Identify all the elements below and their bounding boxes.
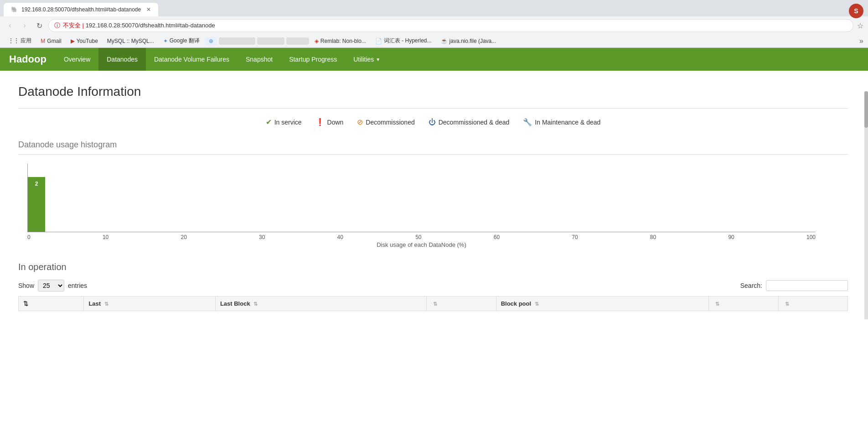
bookmark-blurred-3[interactable] bbox=[286, 37, 309, 45]
decommissioned-label: Decommissioned bbox=[366, 119, 414, 126]
decommissioned-icon: ⊘ bbox=[357, 118, 363, 126]
col-block-pool[interactable]: Block pool ⇅ bbox=[496, 297, 709, 311]
histogram-wrapper: 2 0 10 20 30 40 50 60 70 80 90 100 Disk … bbox=[18, 164, 848, 248]
nav-startup-progress[interactable]: Startup Progress bbox=[281, 48, 345, 71]
bookmark-icon[interactable]: ☆ bbox=[857, 21, 863, 30]
col-block-pool-label: Block pool bbox=[501, 300, 531, 307]
bookmark-blurred-2[interactable] bbox=[257, 37, 284, 45]
more-bookmarks[interactable]: » bbox=[859, 37, 863, 45]
col-sort-icon[interactable]: ⇅ bbox=[19, 297, 84, 311]
maintenance-dead-icon: 🔧 bbox=[523, 118, 532, 126]
operation-section: In operation Show 10 25 50 100 entries S… bbox=[18, 262, 848, 311]
col-last[interactable]: Last ⇅ bbox=[84, 297, 215, 311]
x-tick-60: 60 bbox=[494, 234, 500, 240]
active-tab[interactable]: 🐘 192.168.0.28:50070/dfshealth.html#tab-… bbox=[4, 3, 158, 16]
title-divider bbox=[18, 108, 848, 109]
tab-title: 192.168.0.28:50070/dfshealth.html#tab-da… bbox=[21, 6, 141, 13]
java-icon: ☕ bbox=[441, 38, 448, 44]
bar-value-0: 2 bbox=[35, 179, 38, 187]
sort-arrows-icon: ⇅ bbox=[23, 300, 28, 307]
nav-overview[interactable]: Overview bbox=[56, 48, 98, 71]
nav-items: Overview Datanodes Datanode Volume Failu… bbox=[56, 48, 388, 71]
legend-maintenance-dead: 🔧 In Maintenance & dead bbox=[523, 118, 600, 126]
address-bar[interactable]: ⓘ 不安全 | 192.168.0.28:50070/dfshealth.htm… bbox=[48, 19, 853, 32]
tab-bar: 🐘 192.168.0.28:50070/dfshealth.html#tab-… bbox=[0, 0, 868, 16]
table-controls: Show 10 25 50 100 entries Search: bbox=[18, 280, 848, 292]
col-empty-1[interactable]: ⇅ bbox=[427, 297, 496, 311]
block-pool-sort-icon: ⇅ bbox=[535, 301, 539, 307]
histogram-chart: 2 bbox=[27, 164, 816, 232]
reload-button[interactable]: ↻ bbox=[34, 20, 45, 31]
col-last-label: Last bbox=[88, 300, 101, 307]
nav-snapshot[interactable]: Snapshot bbox=[238, 48, 281, 71]
bookmark-google-translate[interactable]: ✦ Google 翻译 bbox=[160, 36, 203, 46]
translate-icon: ✦ bbox=[163, 38, 168, 44]
last-sort-icon: ⇅ bbox=[104, 301, 108, 307]
legend-in-service: ✔ In service bbox=[266, 118, 302, 126]
col-last-block[interactable]: Last Block ⇅ bbox=[215, 297, 426, 311]
down-icon: ❗ bbox=[315, 118, 325, 126]
x-axis-labels: 0 10 20 30 40 50 60 70 80 90 100 bbox=[27, 234, 816, 240]
youtube-icon: ▶ bbox=[71, 38, 75, 44]
bookmark-apps[interactable]: ⋮⋮ 应用 bbox=[5, 36, 35, 46]
histogram-divider bbox=[18, 154, 848, 155]
address-bar-row: ‹ › ↻ ⓘ 不安全 | 192.168.0.28:50070/dfsheal… bbox=[0, 16, 868, 35]
bookmark-youtube[interactable]: ▶ YouTube bbox=[67, 37, 102, 45]
empty1-sort-icon: ⇅ bbox=[433, 301, 437, 307]
x-axis-title: Disk usage of each DataNode (%) bbox=[27, 241, 816, 248]
bookmark-hyperled[interactable]: 📄 词汇表 - Hyperled... bbox=[372, 36, 435, 46]
scrollbar[interactable] bbox=[864, 91, 868, 319]
hadoop-brand: Hadoop bbox=[0, 53, 56, 65]
bookmark-icon-blue: ⊕ bbox=[209, 38, 213, 44]
browser-chrome: 🐘 192.168.0.28:50070/dfshealth.html#tab-… bbox=[0, 0, 868, 48]
hadoop-navbar: Hadoop Overview Datanodes Datanode Volum… bbox=[0, 48, 868, 71]
col-last-block-label: Last Block bbox=[220, 300, 250, 307]
x-tick-40: 40 bbox=[337, 234, 343, 240]
forward-button[interactable]: › bbox=[19, 20, 30, 31]
col-empty-3[interactable]: ⇅ bbox=[778, 297, 847, 311]
nav-volume-failures[interactable]: Datanode Volume Failures bbox=[146, 48, 238, 71]
user-avatar[interactable]: S bbox=[849, 4, 863, 18]
search-label: Search: bbox=[740, 282, 762, 289]
decommissioned-dead-icon: ⏻ bbox=[429, 118, 436, 126]
search-input[interactable] bbox=[766, 280, 848, 291]
datanodes-table: ⇅ Last ⇅ Last Block ⇅ ⇅ Block pool bbox=[18, 296, 848, 311]
tab-close-icon[interactable]: ✕ bbox=[146, 6, 151, 13]
bookmark-java[interactable]: ☕ java.nio.file (Java... bbox=[437, 37, 500, 45]
down-label: Down bbox=[327, 119, 344, 126]
gmail-icon: M bbox=[41, 38, 45, 44]
hyperled-icon: 📄 bbox=[375, 38, 382, 44]
last-block-sort-icon: ⇅ bbox=[253, 301, 258, 307]
x-tick-90: 90 bbox=[728, 234, 734, 240]
nav-datanodes[interactable]: Datanodes bbox=[98, 48, 146, 71]
bookmark-unknown[interactable]: ⊕ bbox=[205, 37, 217, 45]
chevron-down-icon: ▼ bbox=[376, 57, 380, 62]
entries-label: entries bbox=[68, 282, 87, 289]
x-tick-20: 20 bbox=[181, 234, 186, 240]
nav-utilities[interactable]: Utilities ▼ bbox=[345, 48, 388, 71]
back-button[interactable]: ‹ bbox=[5, 20, 16, 31]
decommissioned-dead-label: Decommissioned & dead bbox=[439, 119, 510, 126]
legend-down: ❗ Down bbox=[315, 118, 344, 126]
x-tick-100: 100 bbox=[806, 234, 816, 240]
x-tick-10: 10 bbox=[103, 234, 108, 240]
bookmark-blurred-1[interactable] bbox=[219, 37, 255, 45]
histogram-bar-0: 2 bbox=[28, 177, 45, 232]
show-label: Show bbox=[18, 282, 34, 289]
scrollbar-thumb[interactable] bbox=[864, 91, 868, 128]
histogram-title: Datanode usage histogram bbox=[18, 140, 848, 150]
bookmark-gmail[interactable]: M Gmail bbox=[37, 37, 65, 45]
bookmark-mysql[interactable]: MySQL :: MySQL... bbox=[103, 37, 158, 45]
empty2-sort-icon: ⇅ bbox=[715, 301, 719, 307]
in-service-label: In service bbox=[274, 119, 302, 126]
bookmark-remlab[interactable]: ◈ Remlab: Non-blo... bbox=[311, 37, 370, 45]
entries-select[interactable]: 10 25 50 100 bbox=[38, 280, 64, 292]
status-legend: ✔ In service ❗ Down ⊘ Decommissioned ⏻ D… bbox=[18, 118, 848, 126]
table-header: ⇅ Last ⇅ Last Block ⇅ ⇅ Block pool bbox=[19, 297, 848, 311]
empty3-sort-icon: ⇅ bbox=[785, 301, 789, 307]
col-empty-2[interactable]: ⇅ bbox=[709, 297, 778, 311]
bookmarks-bar: ⋮⋮ 应用 M Gmail ▶ YouTube MySQL :: MySQL..… bbox=[0, 35, 868, 47]
legend-decommissioned: ⊘ Decommissioned bbox=[357, 118, 414, 126]
show-entries-control: Show 10 25 50 100 entries bbox=[18, 280, 87, 292]
x-tick-0: 0 bbox=[27, 234, 31, 240]
